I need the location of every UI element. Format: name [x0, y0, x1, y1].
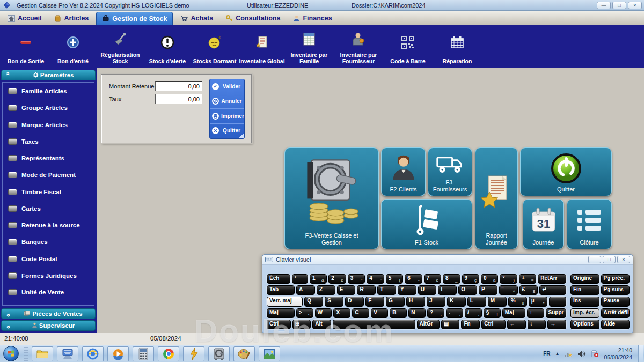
key-0[interactable]: 0à [481, 274, 498, 284]
key-c[interactable]: C [352, 308, 369, 318]
key-p[interactable]: P [479, 285, 497, 295]
taskbar-pen-tool[interactable] [183, 346, 204, 361]
key-tab[interactable]: Tab [267, 285, 295, 295]
key-n[interactable]: N [408, 308, 426, 318]
key-l[interactable]: L [467, 297, 486, 306]
toolbar-bon-de-sortie[interactable]: Bon de Sortie [2, 27, 49, 67]
taskbar-media-player[interactable] [107, 346, 129, 361]
sidebar-item-marque-articles[interactable]: Marque Articles [3, 122, 94, 128]
key-1[interactable]: 1& [310, 274, 327, 284]
key-ctrl[interactable]: Ctrl [267, 320, 291, 329]
annuler-button[interactable]: Annuler [210, 94, 244, 109]
action-center-flag-icon[interactable] [590, 350, 599, 358]
tray-clock[interactable]: 21:40 05/08/2024 [604, 347, 632, 360]
key-q[interactable]: Q [304, 297, 323, 306]
key-r[interactable]: R [357, 285, 376, 295]
tile-clients[interactable]: F2-Clients [381, 147, 426, 196]
taskbar-paint[interactable] [233, 346, 255, 361]
key-b[interactable]: B [390, 308, 407, 318]
minimize-button[interactable]: — [588, 256, 601, 263]
key-5[interactable]: 5( [386, 274, 403, 284]
key-blank[interactable]: ▤ [441, 320, 460, 329]
tile-rapport-journee[interactable]: Rapport Journée [475, 147, 518, 249]
key-options[interactable]: Options [570, 320, 599, 329]
key-e[interactable]: E [337, 285, 356, 295]
key-v[interactable]: V [371, 308, 388, 318]
key-suppr[interactable]: Suppr [546, 308, 566, 318]
network-icon[interactable]: ✶ [564, 350, 573, 358]
key-pg-suiv[interactable]: Pg suiv. [601, 285, 630, 295]
key-f[interactable]: F [365, 297, 384, 306]
sidebar-item-cartes[interactable]: Cartes [3, 205, 94, 212]
key-s[interactable]: S [325, 297, 343, 306]
toolbar-inventaire-famille[interactable]: Inventaire par Famille [286, 27, 333, 67]
tab-gestion-de-stock[interactable]: Gestion de Stock [96, 12, 173, 25]
key-altgr[interactable]: AltGr [417, 320, 440, 329]
key-blank[interactable]: §! [484, 308, 501, 318]
tab-accueil[interactable]: Accueil [2, 12, 47, 25]
key-space[interactable] [333, 320, 415, 329]
sidebar-item-formes-juridiques[interactable]: Formes Juridiques [3, 272, 94, 279]
key-fin[interactable]: Fin [570, 285, 599, 295]
maximize-button[interactable]: □ [603, 256, 616, 263]
tile-cloture[interactable]: Clôture [567, 199, 612, 249]
key-u[interactable]: U [418, 285, 437, 295]
key-z[interactable]: Z [317, 285, 335, 295]
key-o[interactable]: O [458, 285, 477, 295]
key-3[interactable]: 3" [348, 274, 365, 284]
toolbar-code-a-barre[interactable]: Code à Barre [384, 27, 431, 67]
key-arr-t-d-fil[interactable]: Arrêt défil [601, 308, 630, 318]
key-alt[interactable]: Alt [312, 320, 331, 329]
start-button[interactable] [3, 346, 19, 361]
key-g[interactable]: G [386, 297, 405, 306]
key-d[interactable]: D [345, 297, 364, 306]
tile-ventes-caisse[interactable]: F3-Ventes Caisse et Gestion [284, 147, 379, 249]
key-7[interactable]: 7è [424, 274, 441, 284]
sidebar-item-taxes[interactable]: Taxes [3, 138, 94, 145]
key-pg-pr-c[interactable]: Pg préc. [601, 274, 630, 284]
close-button[interactable]: × [617, 256, 630, 263]
sidebar-header-pieces-de-ventes[interactable]: « Pièces de Ventes [1, 308, 96, 319]
minimize-button[interactable]: — [597, 2, 611, 9]
taskbar-osk[interactable] [57, 346, 78, 361]
tray-language[interactable]: FR [543, 351, 550, 357]
taskbar-chrome[interactable] [158, 346, 179, 361]
close-button[interactable]: × [628, 2, 642, 9]
key-blank[interactable]: ↑ [527, 308, 544, 318]
key-blank[interactable]: → [547, 320, 566, 329]
key-aide[interactable]: Aide [601, 320, 630, 329]
volume-icon[interactable] [577, 350, 586, 358]
tile-quitter[interactable]: Quitter [520, 147, 612, 196]
sidebar-item-repr-sentants[interactable]: Représentants [3, 155, 94, 161]
sidebar-item-groupe-articles[interactable]: Groupe Articles [3, 105, 94, 111]
key-blank[interactable]: ¨^ [499, 285, 518, 295]
key-k[interactable]: K [447, 297, 466, 306]
key-x[interactable]: X [333, 308, 350, 318]
key-blank[interactable]: ⊞ [292, 320, 311, 329]
key-blank[interactable]: ?, [427, 308, 444, 318]
taskbar-photo-viewer[interactable] [259, 346, 280, 361]
taux-input[interactable] [155, 94, 202, 104]
taskbar-calculator[interactable] [133, 346, 154, 361]
restore-button[interactable]: □ [612, 2, 626, 9]
key-maj[interactable]: Maj [502, 308, 525, 318]
key-blank[interactable]: .; [446, 308, 463, 318]
taskbar-caisse-app[interactable] [208, 346, 230, 361]
key-ctrl[interactable]: Ctrl [481, 320, 506, 329]
toolbar-bon-dentre[interactable]: Bon d'entré [49, 27, 97, 67]
key-t[interactable]: T [377, 285, 396, 295]
key-retarr[interactable]: RetArr [538, 274, 566, 284]
tile-stock[interactable]: F1-Stock [381, 199, 472, 249]
key-blank[interactable]: °) [500, 274, 517, 284]
key-ins[interactable]: Ins [570, 297, 599, 306]
tab-achats[interactable]: Achats [175, 12, 218, 25]
key-9[interactable]: 9ç [462, 274, 479, 284]
key-blank[interactable] [549, 297, 566, 306]
key-blank[interactable]: ← [507, 320, 526, 329]
key-w[interactable]: W [315, 308, 332, 318]
key-verr-maj[interactable]: Verr. maj [267, 297, 303, 306]
key-blank[interactable]: /: [465, 308, 482, 318]
tab-finances[interactable]: Finances [288, 12, 337, 25]
key-6[interactable]: 6- [405, 274, 422, 284]
key-pause[interactable]: Pause [601, 297, 630, 306]
